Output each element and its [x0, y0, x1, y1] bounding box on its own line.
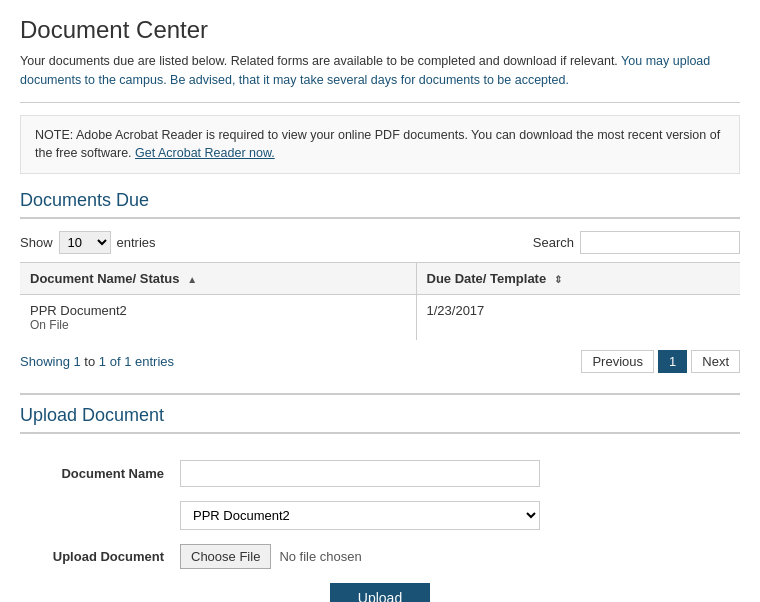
doc-status: On File [30, 318, 406, 332]
showing-suffix: entries [135, 354, 174, 369]
showing-total: 1 [124, 354, 131, 369]
search-label: Search [533, 235, 574, 250]
search-input[interactable] [580, 231, 740, 254]
table-controls: Show 10 25 50 100 entries Search [20, 231, 740, 254]
intro-static: Your documents due are listed below. Rel… [20, 54, 618, 68]
showing-text: Showing 1 to 1 of 1 entries [20, 354, 174, 369]
doc-name-input[interactable] [180, 460, 540, 487]
due-date: 1/23/2017 [427, 303, 485, 318]
sort-arrow-date: ⇕ [554, 274, 562, 285]
choose-file-button[interactable]: Choose File [180, 544, 271, 569]
show-entries: Show 10 25 50 100 entries [20, 231, 156, 254]
col-header-date-label: Due Date/ Template [427, 271, 547, 286]
submit-row: Upload [20, 583, 740, 602]
sort-arrow-doc: ▲ [187, 274, 197, 285]
intro-text: Your documents due are listed below. Rel… [20, 52, 740, 103]
no-file-text: No file chosen [279, 549, 361, 564]
doc-name-select[interactable]: PPR Document2 [180, 501, 540, 530]
table-header-row: Document Name/ Status ▲ Due Date/ Templa… [20, 263, 740, 295]
upload-section-title: Upload Document [20, 405, 740, 434]
previous-button[interactable]: Previous [581, 350, 654, 373]
page-1-button[interactable]: 1 [658, 350, 687, 373]
upload-doc-label: Upload Document [20, 549, 180, 564]
col-header-date[interactable]: Due Date/ Template ⇕ [416, 263, 740, 295]
col-header-doc[interactable]: Document Name/ Status ▲ [20, 263, 416, 295]
entries-label: entries [117, 235, 156, 250]
next-button[interactable]: Next [691, 350, 740, 373]
pagination-controls: Previous 1 Next [581, 350, 740, 373]
upload-form: Document Name PPR Document2 Upload Docum… [20, 450, 740, 602]
table-row: PPR Document2 On File 1/23/2017 [20, 295, 740, 341]
upload-button[interactable]: Upload [330, 583, 430, 602]
col-header-doc-label: Document Name/ Status [30, 271, 180, 286]
doc-name: PPR Document2 [30, 303, 406, 318]
showing-prefix: Showing [20, 354, 70, 369]
doc-name-row: Document Name [20, 460, 740, 487]
entries-select[interactable]: 10 25 50 100 [59, 231, 111, 254]
note-box: NOTE: Adobe Acrobat Reader is required t… [20, 115, 740, 175]
documents-due-title: Documents Due [20, 190, 740, 219]
doc-select-row: PPR Document2 [20, 501, 740, 530]
doc-name-label: Document Name [20, 466, 180, 481]
page-title: Document Center [20, 16, 740, 44]
upload-section: Upload Document Document Name PPR Docume… [20, 393, 740, 602]
showing-from: 1 [74, 354, 81, 369]
file-upload-wrapper: Choose File No file chosen [180, 544, 362, 569]
documents-table: Document Name/ Status ▲ Due Date/ Templa… [20, 262, 740, 340]
acrobat-link[interactable]: Get Acrobat Reader now. [135, 146, 275, 160]
search-box: Search [533, 231, 740, 254]
table-cell-date: 1/23/2017 [416, 295, 740, 341]
showing-to: 1 [99, 354, 106, 369]
showing-of: of [110, 354, 121, 369]
upload-doc-row: Upload Document Choose File No file chos… [20, 544, 740, 569]
show-label: Show [20, 235, 53, 250]
table-cell-doc: PPR Document2 On File [20, 295, 416, 341]
documents-due-section: Documents Due Show 10 25 50 100 entries … [20, 190, 740, 373]
pagination-row: Showing 1 to 1 of 1 entries Previous 1 N… [20, 350, 740, 373]
